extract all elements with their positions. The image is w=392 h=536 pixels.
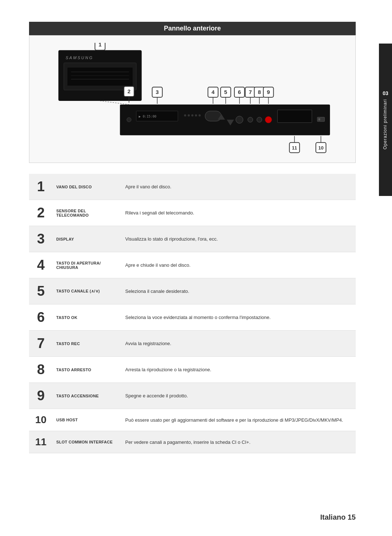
callout-num-9: 9	[267, 89, 270, 95]
usb-pin	[318, 118, 320, 120]
dot3	[191, 114, 193, 116]
chapter-number: 03	[383, 90, 388, 96]
item-description: Apre e chiude il vano del disco.	[122, 252, 356, 278]
item-description: Per vedere canali a pagamento, inserire …	[122, 431, 356, 453]
dot2	[188, 114, 190, 116]
callout-num-10: 10	[318, 145, 323, 151]
items-table: 1VANO DEL DISCOApre il vano del disco.2S…	[29, 174, 356, 453]
sensor-dot	[127, 118, 131, 122]
item-description: Avvia la registrazione.	[122, 331, 356, 357]
item-description: Apre il vano del disco.	[122, 174, 356, 200]
item-number: 10	[29, 409, 53, 431]
item-description: Arresta la riproduzione o la registrazio…	[122, 357, 356, 383]
connector-line	[100, 101, 129, 105]
table-row: 8TASTO ARRESTOArresta la riproduzione o …	[29, 357, 356, 383]
item-description: Seleziona la voce evidenziata al momento…	[122, 304, 356, 331]
callout-num-8: 8	[258, 89, 261, 95]
samsung-logo-text: SAMSUNG	[66, 56, 93, 60]
callout-num-1: 1	[98, 43, 101, 48]
item-label: USB HOST	[53, 409, 122, 431]
item-label: SENSORE DELTELECOMANDO	[53, 200, 122, 226]
item-label: TASTO ARRESTO	[53, 357, 122, 383]
table-row: 4TASTO DI APERTURA/CHIUSURAApre e chiude…	[29, 252, 356, 278]
table-row: 2SENSORE DELTELECOMANDORileva i segnali …	[29, 200, 356, 226]
item-number: 3	[29, 226, 53, 252]
dot1	[184, 114, 186, 116]
table-row: 1VANO DEL DISCOApre il vano del disco.	[29, 174, 356, 200]
item-number: 6	[29, 304, 53, 331]
stop-btn	[257, 117, 262, 122]
table-row: 11SLOT COMMON INTERFACEPer vedere canali…	[29, 431, 356, 453]
table-row: 9TASTO ACCENSIONESpegne e accende il pro…	[29, 383, 356, 409]
table-row: 3DISPLAYVisualizza lo stato di riproduzi…	[29, 226, 356, 252]
item-label: TASTO CANALE (∧/∨)	[53, 278, 122, 304]
item-number: 4	[29, 252, 53, 278]
callout-num-6: 6	[238, 89, 241, 95]
ok-btn	[236, 116, 243, 123]
power-btn	[265, 116, 272, 123]
item-description: Rileva i segnali del telecomando.	[122, 200, 356, 226]
item-number: 8	[29, 357, 53, 383]
callout-num-4: 4	[212, 89, 215, 95]
language-label: Italiano	[320, 513, 348, 521]
item-label: TASTO REC	[53, 331, 122, 357]
device-illustration-area: SAMSUNG ▶ 0:15:00	[29, 35, 356, 163]
item-label: VANO DEL DISCO	[53, 174, 122, 200]
item-label: SLOT COMMON INTERFACE	[53, 431, 122, 453]
callout-num-3: 3	[156, 89, 159, 95]
dot5	[199, 114, 201, 116]
main-content: Pannello anteriore SAMSUNG	[29, 22, 356, 453]
item-description: Visualizza lo stato di riproduzione, l'o…	[122, 226, 356, 252]
item-number: 11	[29, 431, 53, 453]
item-label: DISPLAY	[53, 226, 122, 252]
item-label: TASTO ACCENSIONE	[53, 383, 122, 409]
table-row: 5TASTO CANALE (∧/∨)Seleziona il canale d…	[29, 278, 356, 304]
item-description: Seleziona il canale desiderato.	[122, 278, 356, 304]
disc-slot-inner	[68, 67, 133, 86]
section-title: Pannello anteriore	[164, 25, 221, 32]
chapter-label: Operazioni preliminari	[383, 99, 388, 150]
item-label: TASTO OK	[53, 304, 122, 331]
item-number: 7	[29, 331, 53, 357]
item-number: 2	[29, 200, 53, 226]
section-header: Pannello anteriore	[29, 22, 356, 35]
item-number: 9	[29, 383, 53, 409]
table-row: 6TASTO OKSeleziona la voce evidenziata a…	[29, 304, 356, 331]
callout-num-7: 7	[249, 89, 252, 95]
callout-num-11: 11	[292, 145, 297, 151]
device-svg: SAMSUNG ▶ 0:15:00	[37, 43, 348, 155]
display-text-svg: ▶ 0:15:00	[139, 115, 156, 118]
item-description: Può essere usato per gli aggiornamenti d…	[122, 409, 356, 431]
callout-num-2: 2	[127, 88, 130, 94]
page-footer: Italiano 15	[320, 513, 356, 521]
device-illustration: SAMSUNG ▶ 0:15:00	[37, 43, 348, 155]
table-row: 7TASTO RECAvvia la registrazione.	[29, 331, 356, 357]
table-row: 10USB HOSTPuò essere usato per gli aggio…	[29, 409, 356, 431]
dot4	[195, 114, 197, 116]
item-number: 5	[29, 278, 53, 304]
rec-btn	[248, 117, 253, 122]
item-description: Spegne e accende il prodotto.	[122, 383, 356, 409]
page-number: 15	[348, 513, 356, 521]
card-slot	[277, 110, 312, 123]
item-number: 1	[29, 174, 53, 200]
callout-num-5: 5	[224, 89, 227, 95]
chapter-tab: 03 Operazioni preliminari	[379, 44, 392, 196]
item-label: TASTO DI APERTURA/CHIUSURA	[53, 252, 122, 278]
